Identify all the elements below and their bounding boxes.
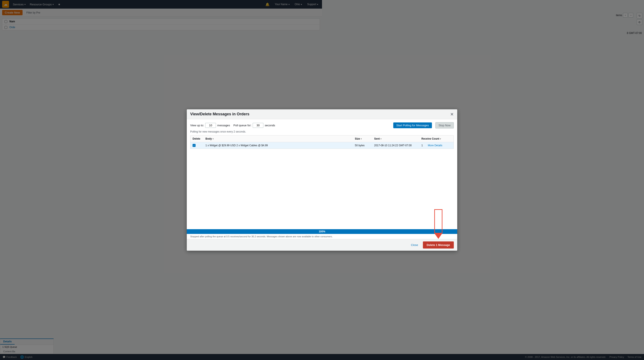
delete-column-header: Delete [190, 136, 203, 142]
modal-overlay: View/Delete Messages in Orders ✕ View up… [0, 0, 322, 180]
modal-header: View/Delete Messages in Orders ✕ [187, 109, 322, 119]
view-up-to-input[interactable] [205, 123, 216, 128]
messages-table: Delete Body Size Sent Receive Count ✓ [190, 136, 322, 149]
modal-title: View/Delete Messages in Orders [190, 112, 250, 116]
view-up-to-label: View up to: [190, 124, 204, 127]
messages-table-container: Delete Body Size Sent Receive Count ✓ [190, 135, 322, 149]
poll-queue-group: Poll queue for: seconds [233, 123, 275, 128]
poll-queue-label: Poll queue for: [233, 124, 251, 127]
delete-cell: ✓ [190, 142, 203, 149]
view-up-to-group: View up to: messages [190, 123, 230, 128]
table-row: ✓ 1 x Widget @ $29.99 USD 2 x Widget Cab… [190, 142, 322, 149]
table-header-row: Delete Body Size Sent Receive Count [190, 136, 322, 142]
modal-body: View up to: messages Poll queue for: sec… [187, 119, 322, 180]
body-cell: 1 x Widget @ $29.99 USD 2 x Widget Cable… [203, 142, 322, 149]
row-checkbox[interactable]: ✓ [192, 144, 196, 147]
poll-queue-input[interactable] [253, 123, 264, 128]
empty-space [190, 149, 322, 180]
messages-label: messages [217, 124, 230, 127]
modal-controls: View up to: messages Poll queue for: sec… [190, 122, 322, 128]
body-column-header[interactable]: Body [203, 136, 322, 142]
seconds-label: seconds [265, 124, 275, 127]
modal-dialog: View/Delete Messages in Orders ✕ View up… [187, 109, 322, 180]
poll-status-text: Polling for new messages once every 2 se… [190, 130, 322, 133]
